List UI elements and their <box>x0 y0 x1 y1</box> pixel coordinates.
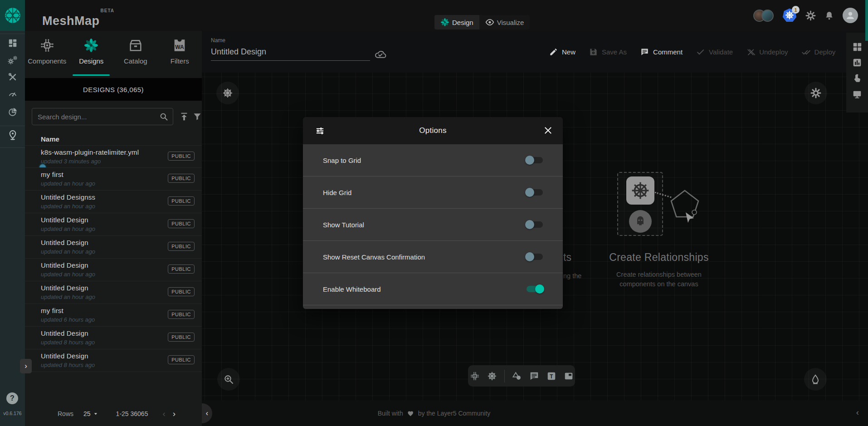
comment-icon[interactable] <box>529 371 539 381</box>
name-column-header: Name <box>41 135 59 143</box>
tab-designs[interactable]: Designs <box>69 31 114 78</box>
prev-page-button[interactable]: ‹ <box>162 409 165 419</box>
enable-whiteboard-toggle[interactable] <box>527 286 543 292</box>
tab-label: Catalog <box>124 57 147 65</box>
validate-button[interactable]: Validate <box>696 48 733 56</box>
deploy-button[interactable]: Deploy <box>802 48 836 56</box>
lifecycle-gears-icon[interactable] <box>8 55 18 65</box>
undeploy-cross-icon <box>746 48 755 56</box>
shapes-icon[interactable] <box>512 371 522 381</box>
canvas-settings-button[interactable] <box>805 82 827 104</box>
components-circuit-icon[interactable] <box>470 371 480 381</box>
profile-avatar[interactable] <box>843 8 858 23</box>
option-label: Snap to Grid <box>323 157 361 164</box>
design-row[interactable]: Untitled Design updated an hour ago PUBL… <box>25 281 202 304</box>
design-row[interactable]: Untitled Design updated 8 hours ago PUBL… <box>25 327 202 349</box>
floppy-icon <box>589 48 598 56</box>
caret-down-icon <box>93 411 99 417</box>
upload-design-icon[interactable] <box>179 112 189 122</box>
kubernetes-helm-icon[interactable] <box>487 371 497 381</box>
close-icon[interactable] <box>543 126 553 135</box>
toggle-knob <box>525 220 534 229</box>
tab-filters[interactable]: Filters <box>158 31 202 78</box>
extensions-pie-icon[interactable] <box>8 107 18 117</box>
kubernetes-helm-button[interactable] <box>216 82 239 104</box>
collaborator-avatar[interactable] <box>761 10 774 22</box>
design-name: my first <box>41 171 63 178</box>
meshmap-pin-icon[interactable] <box>7 130 18 141</box>
design-updated: updated 8 hours ago <box>41 339 95 346</box>
interact-touch-icon[interactable] <box>852 73 862 83</box>
divider <box>0 126 25 126</box>
snap-to-grid-toggle[interactable] <box>527 157 543 163</box>
undeploy-button[interactable]: Undeploy <box>746 48 788 56</box>
occluded-caption-fragment: ng the <box>563 272 581 279</box>
pagination: Rows 25 1-25 36065 ‹ › <box>25 404 202 424</box>
hide-grid-toggle[interactable] <box>527 189 543 196</box>
panel-collapse-handle[interactable]: ‹ <box>202 403 212 423</box>
zoom-in-button[interactable] <box>217 368 240 391</box>
rail-expand-handle[interactable]: › <box>20 359 32 373</box>
reset-canvas-confirmation-toggle[interactable] <box>527 254 543 260</box>
mode-design-button[interactable]: Design <box>434 15 479 29</box>
design-row[interactable]: Untitled Designss updated an hour ago PU… <box>25 191 202 213</box>
panel-tabs: Components Designs Catalog Filters <box>25 31 202 78</box>
design-row[interactable]: my first updated 6 hours ago PUBLIC <box>25 304 202 327</box>
performance-speedometer-icon[interactable] <box>8 89 18 99</box>
mode-visualize-label: Visualize <box>497 19 524 26</box>
filter-funnel-icon[interactable] <box>193 112 202 121</box>
next-page-button[interactable]: › <box>173 409 176 419</box>
tab-catalog[interactable]: Catalog <box>113 31 158 78</box>
cloud-saved-icon <box>374 48 386 60</box>
media-icon[interactable] <box>564 371 574 381</box>
help-button[interactable]: ? <box>6 392 18 404</box>
kubernetes-context-button[interactable]: 1 <box>782 8 797 23</box>
design-name-label: Name <box>211 37 225 44</box>
right-collapse-handle[interactable]: ‹ <box>856 407 859 417</box>
design-row[interactable]: my first updated an hour ago PUBLIC <box>25 168 202 191</box>
design-row[interactable]: Untitled Design updated 8 hours ago PUBL… <box>25 349 202 372</box>
designs-panel: Components Designs Catalog Filters DESIG… <box>25 31 202 426</box>
save-as-button[interactable]: Save As <box>589 48 627 56</box>
comment-button[interactable]: Comment <box>640 48 683 56</box>
design-updated: updated 6 hours ago <box>41 316 95 323</box>
notifications-bell-icon[interactable] <box>824 10 834 21</box>
tab-components[interactable]: Components <box>25 31 69 78</box>
configuration-tools-icon[interactable] <box>8 72 18 82</box>
options-modal-body: Snap to Grid Hide Grid Show Tutorial Sho… <box>303 144 563 309</box>
brand-title: MeshMapBETA <box>42 8 114 28</box>
rows-per-page-select[interactable]: 25 <box>83 410 99 417</box>
visibility-badge: PUBLIC <box>168 333 195 342</box>
design-row[interactable]: Untitled Design updated an hour ago PUBL… <box>25 213 202 236</box>
text-tool-icon[interactable] <box>546 371 556 381</box>
show-tutorial-toggle[interactable] <box>527 221 543 228</box>
design-row[interactable]: k8s-wasm-plugin-ratelimiter.yml updated … <box>25 145 202 168</box>
layer5-logo[interactable] <box>0 0 25 31</box>
design-name: Untitled Design <box>41 329 88 337</box>
mascot-tile <box>629 210 652 233</box>
panels-grid-icon[interactable] <box>852 42 862 52</box>
tab-label: Designs <box>79 57 103 65</box>
rows-per-page-value: 25 <box>83 410 91 417</box>
design-row[interactable]: Untitled Design updated an hour ago PUBL… <box>25 236 202 259</box>
tab-label: Filters <box>171 57 189 65</box>
option-row-snap-to-grid: Snap to Grid <box>303 144 563 176</box>
birdseye-drop-button[interactable] <box>804 368 827 391</box>
screen-monitor-icon[interactable] <box>852 89 862 99</box>
design-canvas[interactable]: Create Relationships Create relationship… <box>202 73 868 400</box>
settings-gear-icon[interactable] <box>805 10 816 21</box>
kubernetes-tile <box>626 176 654 205</box>
mode-visualize-button[interactable]: Visualize <box>479 15 530 29</box>
metrics-barchart-icon[interactable] <box>852 58 862 68</box>
option-row-show-tutorial: Show Tutorial <box>303 209 563 241</box>
new-button[interactable]: New <box>549 48 575 56</box>
search-design-input[interactable] <box>32 108 173 125</box>
visibility-badge: PUBLIC <box>168 310 195 319</box>
design-name-input[interactable] <box>211 45 370 61</box>
catalog-drawer-icon <box>128 38 143 53</box>
design-row[interactable]: Untitled Design updated an hour ago PUBL… <box>25 259 202 281</box>
search-icon[interactable] <box>159 112 168 121</box>
double-check-icon <box>802 48 810 56</box>
check-icon <box>696 48 705 56</box>
dashboard-icon[interactable] <box>8 38 18 48</box>
